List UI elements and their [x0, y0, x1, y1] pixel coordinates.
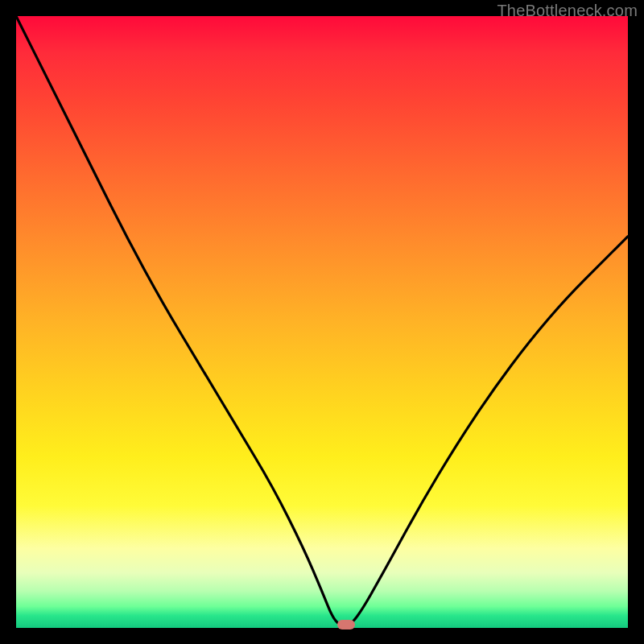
chart-frame: TheBottleneck.com: [0, 0, 644, 644]
minimum-marker: [337, 620, 355, 630]
watermark-text: TheBottleneck.com: [497, 2, 638, 20]
bottleneck-curve: [16, 16, 628, 628]
